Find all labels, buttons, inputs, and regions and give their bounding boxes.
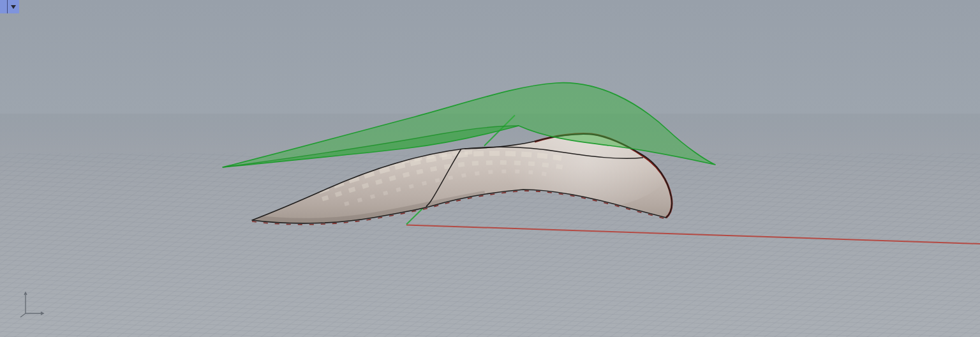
chevron-down-icon: [11, 5, 16, 9]
viewport-title[interactable]: [0, 0, 7, 13]
scene-3d: [0, 0, 980, 337]
viewport-title-menu-button[interactable]: [7, 0, 19, 13]
perspective-viewport[interactable]: [0, 0, 980, 337]
viewport-title-bar: [0, 0, 19, 13]
